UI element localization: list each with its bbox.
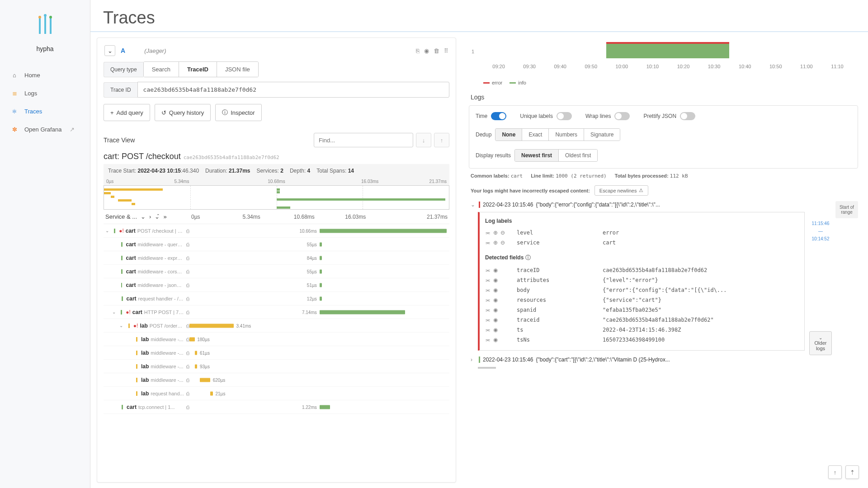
- display-oldest[interactable]: Oldest first: [559, 150, 597, 161]
- eye-icon[interactable]: ◉: [493, 307, 498, 313]
- query-type-search[interactable]: Search: [144, 62, 179, 77]
- nav-logs[interactable]: ≣Logs: [5, 84, 85, 102]
- find-next-button[interactable]: ↓: [416, 133, 431, 147]
- find-prev-button[interactable]: ↑: [434, 133, 449, 147]
- span-log-icon[interactable]: ⎙: [186, 391, 189, 396]
- span-log-icon[interactable]: ⎙: [186, 228, 189, 234]
- span-row[interactable]: cart request handler - /c...⎙12µs: [104, 292, 449, 305]
- expand-log-icon[interactable]: ⌄: [471, 202, 476, 208]
- stats-icon[interactable]: ⫘: [485, 327, 491, 333]
- collapse-query-button[interactable]: ⌄: [104, 45, 115, 56]
- query-type-jsonfile[interactable]: JSON file: [217, 62, 258, 77]
- unique-toggle[interactable]: [557, 112, 572, 120]
- expand-log-icon[interactable]: ›: [471, 357, 476, 363]
- span-row[interactable]: lab middleware -...⎙93µs: [104, 360, 449, 373]
- nav-traces[interactable]: ⚛Traces: [5, 102, 85, 120]
- span-row[interactable]: lab middleware -...⎙180µs: [104, 333, 449, 346]
- nav-home[interactable]: ⌂Home: [5, 66, 85, 84]
- scrollbar-hint[interactable]: [478, 367, 496, 369]
- stats-icon[interactable]: ⫘: [485, 277, 491, 283]
- span-chevron-icon[interactable]: ⌄: [112, 310, 117, 314]
- stats-icon[interactable]: ⫘: [485, 317, 491, 323]
- drag-icon[interactable]: ⠿: [444, 47, 448, 54]
- dedup-exact[interactable]: Exact: [522, 129, 549, 141]
- span-row[interactable]: ⌄●!lab POST /orders ...⎙3.41ms: [104, 319, 449, 333]
- span-chevron-icon[interactable]: ⌄: [105, 228, 110, 233]
- stats-icon[interactable]: ⫘: [485, 230, 491, 236]
- span-row[interactable]: cart middleware - query |...⎙55µs: [104, 238, 449, 251]
- dedup-signature[interactable]: Signature: [584, 129, 620, 141]
- span-log-icon[interactable]: ⎙: [186, 269, 189, 274]
- span-log-icon[interactable]: ⎙: [186, 350, 189, 356]
- wrap-toggle[interactable]: [614, 112, 630, 120]
- find-input[interactable]: [314, 133, 413, 147]
- dedup-numbers[interactable]: Numbers: [549, 129, 584, 141]
- eye-icon[interactable]: ◉: [493, 287, 498, 293]
- span-log-icon[interactable]: ⎙: [186, 377, 189, 383]
- display-newest[interactable]: Newest first: [515, 150, 559, 161]
- add-query-button[interactable]: +Add query: [104, 104, 150, 121]
- span-log-icon[interactable]: ⎙: [186, 310, 189, 315]
- dedup-none[interactable]: None: [495, 129, 522, 141]
- span-log-icon[interactable]: ⎙: [186, 323, 189, 328]
- eye-icon[interactable]: ◉: [493, 297, 498, 303]
- eye-icon[interactable]: ◉: [493, 277, 498, 283]
- span-log-icon[interactable]: ⎙: [186, 404, 189, 410]
- query-type-traceid[interactable]: TraceID: [179, 62, 217, 77]
- span-row[interactable]: cart middleware - corsMi...⎙55µs: [104, 265, 449, 278]
- stats-icon[interactable]: ⫘: [485, 307, 491, 313]
- log-entry[interactable]: › 2022-04-23 10:15:46 {"body":{"cart":"[…: [469, 355, 832, 364]
- eye-icon[interactable]: ◉: [424, 47, 429, 54]
- span-row[interactable]: ⌄●!cart HTTP POST | 7.1...⎙7.14ms: [104, 305, 449, 319]
- log-body: {"body":{"cart":"[{\"id\":2,\"title\":\"…: [536, 357, 830, 363]
- eye-icon[interactable]: ◉: [493, 337, 498, 343]
- span-log-icon[interactable]: ⎙: [186, 364, 189, 369]
- span-log-icon[interactable]: ⎙: [186, 282, 189, 288]
- span-log-icon[interactable]: ⎙: [186, 242, 189, 247]
- log-entry[interactable]: ⌄ 2022-04-23 10:15:46 {"body":{"error":{…: [469, 200, 832, 209]
- filter-in-icon[interactable]: ⊕: [493, 239, 498, 246]
- eye-icon[interactable]: ◉: [493, 327, 498, 333]
- escape-newlines-button[interactable]: Escape newlines⚠: [594, 185, 649, 196]
- time-toggle[interactable]: [491, 112, 506, 120]
- filter-in-icon[interactable]: ⊕: [493, 230, 498, 236]
- expand-all-icon[interactable]: »: [163, 213, 166, 220]
- span-row[interactable]: cart middleware - expres...⎙84µs: [104, 251, 449, 265]
- trace-minimap[interactable]: [104, 185, 449, 210]
- query-history-button[interactable]: ↺Query history: [155, 104, 211, 121]
- span-chevron-icon[interactable]: ⌄: [119, 323, 125, 328]
- filter-out-icon[interactable]: ⊖: [500, 230, 505, 236]
- filter-out-icon[interactable]: ⊖: [500, 239, 505, 246]
- stats-icon[interactable]: ⫘: [485, 337, 491, 343]
- eye-icon[interactable]: ◉: [493, 267, 498, 273]
- span-row[interactable]: ⌄●!cart POST /checkout | 10...⎙10.66ms: [104, 224, 449, 238]
- chevron-right-icon[interactable]: ›: [149, 213, 151, 220]
- stats-icon[interactable]: ⫘: [485, 239, 491, 246]
- stats-icon[interactable]: ⫘: [485, 287, 491, 293]
- collapse-all-icon[interactable]: ⌄̂: [155, 213, 160, 220]
- copy-icon[interactable]: ⎘: [416, 47, 420, 54]
- older-logs-button[interactable]: ⌄Older logs: [809, 331, 832, 355]
- prettify-toggle[interactable]: [680, 112, 695, 120]
- span-row[interactable]: lab middleware -...⎙620µs: [104, 373, 449, 387]
- chevron-down-icon[interactable]: ⌄: [141, 213, 146, 220]
- span-row[interactable]: lab request hand...⎙21µs: [104, 387, 449, 400]
- inspector-button[interactable]: ⓘInspector: [215, 104, 261, 121]
- help-icon[interactable]: ⓘ: [525, 254, 531, 261]
- span-row[interactable]: cart middleware - jsonPa...⎙51µs: [104, 278, 449, 292]
- log-chart[interactable]: 1 09:2009:3009:4009:5010:0010:1010:2010:…: [465, 38, 862, 78]
- field-key: ts: [517, 327, 598, 333]
- span-log-icon[interactable]: ⎙: [186, 337, 189, 342]
- scroll-up-button[interactable]: ⇡: [845, 465, 859, 479]
- span-log-icon[interactable]: ⎙: [186, 255, 189, 261]
- nav-grafana[interactable]: ✼Open Grafana↗: [5, 120, 85, 138]
- span-row[interactable]: cart tcp.connect | 1...⎙1.22ms: [104, 400, 449, 414]
- stats-icon[interactable]: ⫘: [485, 267, 491, 273]
- span-row[interactable]: lab middleware -...⎙61µs: [104, 346, 449, 360]
- traceid-input[interactable]: [137, 82, 449, 98]
- span-log-icon[interactable]: ⎙: [186, 296, 189, 301]
- stats-icon[interactable]: ⫘: [485, 297, 491, 303]
- scroll-top-button[interactable]: ↑: [828, 465, 842, 479]
- eye-icon[interactable]: ◉: [493, 317, 498, 323]
- trash-icon[interactable]: 🗑: [434, 47, 439, 54]
